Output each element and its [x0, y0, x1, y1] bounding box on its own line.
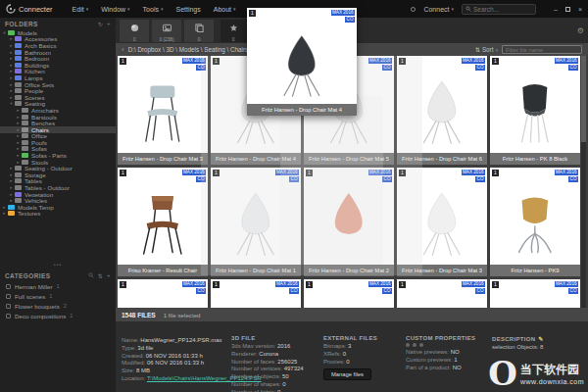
- connect-button[interactable]: Connect▾: [423, 6, 454, 13]
- asset-tile-fritz-hansen-pk-8-black[interactable]: 1MAX 2016COFritz Hansen - PK 8 Black: [490, 56, 580, 165]
- folder-item-arch-basics[interactable]: ▸Arch Basics: [0, 42, 116, 49]
- star-button[interactable]: 0: [220, 20, 246, 42]
- max-version-badge: MAX 2016: [182, 281, 206, 287]
- clipboard-button[interactable]: 0: [184, 20, 214, 42]
- asset-tile-r3c3[interactable]: 1MAX 2016CO: [304, 279, 394, 308]
- breadcrumb[interactable]: D:\ Dropbox \ 3D \ Models \ Seating \ Ch…: [128, 46, 249, 53]
- scrollbar-thumb[interactable]: [581, 56, 586, 142]
- manage-files-button[interactable]: Manage files: [323, 368, 371, 380]
- tag-icon[interactable]: [419, 343, 423, 347]
- folder-label: Arch Basics: [24, 42, 57, 49]
- eye-icon[interactable]: [413, 343, 416, 347]
- checkbox[interactable]: [6, 304, 11, 309]
- asset-tile-fritz-hansen-pk9[interactable]: 1MAX 2016COFritz Hansen - PK9: [490, 168, 580, 276]
- sidebar: FOLDERS ↻ + ▾Models▸Accessories▸Arch Bas…: [0, 18, 116, 392]
- folder-icon: [15, 82, 22, 87]
- grid-scrollbar[interactable]: [581, 56, 586, 308]
- menu-tools[interactable]: Tools▾: [143, 6, 164, 13]
- folder-item-lamps[interactable]: ▸Lamps: [0, 74, 116, 81]
- folder-item-kitchen[interactable]: ▸Kitchen: [0, 69, 116, 75]
- chevron-right-icon: ▸: [2, 211, 7, 216]
- filter-input[interactable]: [506, 47, 578, 53]
- folder-item-textures[interactable]: ▸Textures: [0, 211, 116, 218]
- folder-item-stools[interactable]: ▸Stools: [0, 159, 116, 166]
- category-item-herman-miller[interactable]: Herman Miller1: [0, 281, 116, 291]
- info-row-bitmaps: Bitmaps: 3: [323, 343, 377, 351]
- close-button[interactable]: ×: [578, 6, 582, 13]
- folder-item-sofas[interactable]: ▸Sofas: [0, 146, 116, 153]
- folder-item-models-temp[interactable]: ▸Models Temp: [0, 204, 116, 211]
- folder-item-benches[interactable]: ▸Benches: [0, 120, 116, 126]
- star-icon[interactable]: [406, 343, 410, 347]
- folder-item-models[interactable]: ▾Models: [0, 29, 116, 36]
- render-sphere-button[interactable]: 0: [120, 20, 149, 42]
- max-version-badge: MAX 2016: [331, 10, 355, 16]
- folder-item-people[interactable]: ▸People: [0, 87, 116, 94]
- info-row-proxies: Proxies: 0: [323, 359, 377, 367]
- menu-edit[interactable]: Edit▾: [73, 6, 89, 13]
- menu-window[interactable]: Window▾: [101, 6, 129, 13]
- menu-settings[interactable]: Settings: [175, 6, 200, 13]
- search-input[interactable]: [473, 6, 532, 13]
- folder-item-office[interactable]: ▸Office: [0, 133, 116, 140]
- asset-tile-fritz-hansen-drop-chair-mat-3[interactable]: 1MAX 2016COFritz Hansen - Drop Chair Mat…: [118, 56, 208, 165]
- info-row-native-previews: Native previews: NO: [406, 349, 475, 357]
- folder-item-poufs[interactable]: ▸Poufs: [0, 139, 116, 146]
- checkbox[interactable]: [6, 284, 11, 289]
- corona-badge: CO: [475, 288, 485, 294]
- asset-tile-r3c5[interactable]: 1MAX 2016CO: [490, 279, 580, 308]
- asset-tile-friso-kramer-result-chair[interactable]: 1MAX 2016COFriso Kramer - Result Chair: [118, 168, 208, 276]
- gallery-button[interactable]: 0 (238): [152, 20, 181, 42]
- folder-item-chairs[interactable]: ▸Chairs: [0, 126, 116, 133]
- menu-label: Window: [101, 6, 125, 13]
- category-item-full-scenes[interactable]: Full scenes1: [0, 291, 116, 301]
- folder-icon: [22, 140, 28, 145]
- folder-item-vegetation[interactable]: ▸Vegetation: [0, 191, 116, 198]
- folder-item-office-sets[interactable]: ▸Office Sets: [0, 81, 116, 88]
- add-folder-icon[interactable]: +: [107, 21, 111, 27]
- folder-item-tables-outdoor[interactable]: ▸Tables - Outdoor: [0, 184, 116, 191]
- add-category-icon[interactable]: +: [107, 272, 111, 279]
- folder-label: Kitchen: [24, 69, 45, 75]
- minimize-button[interactable]: –: [554, 6, 558, 13]
- edit-description-icon[interactable]: ✎: [538, 335, 543, 342]
- info-value: 0: [343, 351, 346, 357]
- folder-item-barstools[interactable]: ▸Barstools: [0, 114, 116, 121]
- folder-item-armchairs[interactable]: ▸Armchairs: [0, 107, 116, 114]
- filter-box[interactable]: [502, 45, 582, 54]
- folder-item-seating[interactable]: ▾Seating: [0, 101, 116, 108]
- folder-item-tables[interactable]: ▸Tables: [0, 178, 116, 185]
- folder-item-sofas-parts[interactable]: ▸Sofas - Parts: [0, 152, 116, 159]
- folder-item-vehicles[interactable]: ▸Vehicles: [0, 197, 116, 204]
- categories-search-icon[interactable]: [88, 272, 94, 279]
- folder-item-scenes[interactable]: ▸Scenes: [0, 94, 116, 101]
- folder-item-bathroom[interactable]: ▸Bathroom: [0, 49, 116, 56]
- asset-tile-r3c2[interactable]: 1MAX 2016CO: [211, 279, 301, 308]
- file-count-badge: 1: [492, 170, 499, 176]
- chevron-right-icon: ▸: [9, 166, 14, 171]
- refresh-icon[interactable]: ↻: [98, 21, 103, 27]
- sort-button[interactable]: ⇅ Sort ▾: [475, 46, 498, 53]
- menu-about[interactable]: About▾: [214, 6, 236, 13]
- info-label: Type:: [122, 345, 137, 351]
- category-item-flower-bouquets[interactable]: Flower bouquets2: [0, 301, 116, 311]
- checkbox[interactable]: [6, 314, 11, 318]
- folder-item-accessories[interactable]: ▸Accessories: [0, 36, 116, 43]
- asset-tile-r3c4[interactable]: 1MAX 2016CO: [397, 279, 487, 308]
- tile-thumbnail: 1MAX 2016CO: [211, 279, 301, 308]
- view-settings-gear-icon[interactable]: ⚙: [577, 26, 584, 35]
- folder-item-storage[interactable]: ▸Storage: [0, 172, 116, 178]
- asset-tile-r3c1[interactable]: 1MAX 2016CO: [118, 279, 208, 308]
- checkbox[interactable]: [6, 294, 11, 299]
- category-label: Full scenes: [15, 293, 45, 300]
- back-button[interactable]: ‹: [122, 44, 124, 55]
- folder-item-bedroom[interactable]: ▸Bedroom: [0, 55, 116, 62]
- category-item-deco-compositions[interactable]: Deco compositions1: [0, 311, 116, 320]
- folder-item-buildings[interactable]: ▸Buildings: [0, 62, 116, 69]
- maximize-button[interactable]: [565, 7, 570, 12]
- search-box[interactable]: [462, 4, 536, 15]
- folder-label: Sofas: [31, 146, 47, 153]
- panel-resize-grip[interactable]: •••: [0, 263, 116, 270]
- categories-sort-icon[interactable]: ⇅: [98, 272, 103, 279]
- folder-item-seating-outdoor[interactable]: ▸Seating - Outdoor: [0, 165, 116, 172]
